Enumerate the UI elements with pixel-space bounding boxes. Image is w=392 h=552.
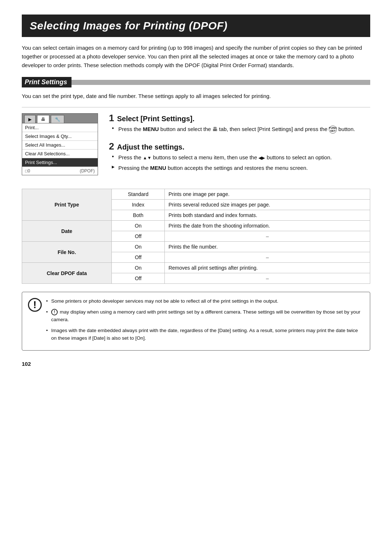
print-tab-icon: 🖶: [212, 126, 217, 132]
clear-dpof-off-desc: –: [165, 273, 370, 284]
menu-bold-1: MENU: [143, 126, 159, 132]
notice-item-3: Images with the date embedded always pri…: [46, 327, 364, 342]
page-title: Selecting Images for Printing (DPOF): [30, 20, 362, 32]
step2-header: 2 Adjust the settings.: [109, 142, 370, 151]
fileno-on-desc: Prints the file number.: [165, 242, 370, 252]
table-row-clear-dpof-1: Clear DPOF data On Removes all print set…: [22, 263, 370, 273]
menu-tab-play: ▶: [24, 115, 36, 123]
notice-item-2: ! may display when using a memory card w…: [46, 308, 364, 324]
menu-item-clear-all: Clear All Selections...: [22, 150, 98, 158]
print-type-header: Print Type: [22, 189, 112, 221]
settings-table: Print Type Standard Prints one image per…: [22, 189, 370, 284]
page-number: 102: [22, 361, 370, 367]
menu-tab-print: 🖶: [37, 115, 49, 123]
up-down-arrows: ▲▼: [143, 155, 152, 161]
caution-icon: !: [51, 309, 58, 315]
print-type-both-desc: Prints both standard and index formats.: [165, 210, 370, 221]
notice-item-1: Some printers or photo developer service…: [46, 297, 364, 305]
notice-icon: !: [28, 298, 42, 312]
print-type-index: Index: [112, 200, 165, 210]
fileno-off: Off: [112, 252, 165, 263]
heading-bar: [72, 80, 370, 85]
step2-title: Adjust the settings.: [117, 143, 184, 151]
menu-item-select-images: Select Images & Qty...: [22, 132, 98, 141]
table-row-date-1: Date On Prints the date from the shootin…: [22, 221, 370, 231]
notice-box: ! Some printers or photo developer servi…: [22, 292, 370, 351]
print-settings-heading-text: Print Settings: [22, 77, 72, 87]
menu-bold-2: MENU: [150, 165, 166, 171]
step1-bullet1: Press the MENU button and select the 🖶 t…: [112, 125, 370, 134]
menu-tab-settings: 🔧: [51, 115, 64, 123]
menu-footer-count: □0: [25, 168, 30, 173]
print-settings-heading: Print Settings: [22, 77, 370, 87]
func-set-button: FUNCSET: [329, 126, 337, 134]
menu-item-select-all: Select All Images...: [22, 141, 98, 150]
clear-dpof-off: Off: [112, 273, 165, 284]
menu-footer: □0 (DPOF): [22, 167, 98, 175]
step1-header: 1 Select [Print Settings].: [109, 113, 370, 123]
menu-item-print: Print...: [22, 123, 98, 132]
print-icon: 🖶: [41, 117, 45, 122]
menu-items-list: Print... Select Images & Qty... Select A…: [22, 123, 98, 167]
step2-bullet1: Press the ▲▼ buttons to select a menu it…: [112, 154, 370, 162]
step1-bullets: Press the MENU button and select the 🖶 t…: [109, 125, 370, 134]
menu-tabs: ▶ 🖶 🔧: [22, 114, 98, 123]
menu-mockup: ▶ 🖶 🔧 Print... Select Images & Qty... Se…: [22, 113, 98, 175]
menu-item-print-settings: Print Settings...: [22, 158, 98, 167]
step2-block: 2 Adjust the settings. Press the ▲▼ butt…: [109, 142, 370, 172]
print-settings-description: You can set the print type, date and fil…: [22, 92, 370, 101]
fileno-header: File No.: [22, 242, 112, 263]
step1-title: Select [Print Settings].: [117, 115, 194, 123]
section-divider: [22, 107, 370, 107]
clear-dpof-header: Clear DPOF data: [22, 263, 112, 284]
date-header: Date: [22, 221, 112, 242]
menu-footer-dpof: (DPOF): [80, 168, 95, 173]
left-right-arrows: ◀▶: [258, 155, 265, 161]
step1-number: 1: [109, 113, 114, 123]
table-row-print-type-1: Print Type Standard Prints one image per…: [22, 189, 370, 200]
print-type-standard-desc: Prints one image per page.: [165, 189, 370, 200]
fileno-on: On: [112, 242, 165, 252]
wrench-icon: 🔧: [55, 117, 60, 122]
table-row-fileno-1: File No. On Prints the file number.: [22, 242, 370, 252]
steps-column: 1 Select [Print Settings]. Press the MEN…: [109, 113, 370, 180]
steps-container: ▶ 🖶 🔧 Print... Select Images & Qty... Se…: [22, 113, 370, 180]
step2-bullets: Press the ▲▼ buttons to select a menu it…: [109, 154, 370, 172]
step1-block: 1 Select [Print Settings]. Press the MEN…: [109, 113, 370, 134]
step2-bullet2: Pressing the MENU button accepts the set…: [112, 164, 370, 172]
step2-number: 2: [109, 142, 114, 151]
date-off: Off: [112, 231, 165, 242]
intro-text: You can select certain images on a memor…: [22, 44, 370, 70]
notice-content: Some printers or photo developer service…: [46, 297, 364, 345]
clear-dpof-on-desc: Removes all print settings after printin…: [165, 263, 370, 273]
clear-dpof-on: On: [112, 263, 165, 273]
play-icon: ▶: [28, 117, 32, 122]
print-type-index-desc: Prints several reduced size images per p…: [165, 200, 370, 210]
date-on: On: [112, 221, 165, 231]
fileno-off-desc: –: [165, 252, 370, 263]
print-type-both: Both: [112, 210, 165, 221]
print-type-standard: Standard: [112, 189, 165, 200]
date-off-desc: –: [165, 231, 370, 242]
page-title-bar: Selecting Images for Printing (DPOF): [22, 15, 370, 37]
date-on-desc: Prints the date from the shooting inform…: [165, 221, 370, 231]
notice-list: Some printers or photo developer service…: [46, 297, 364, 342]
